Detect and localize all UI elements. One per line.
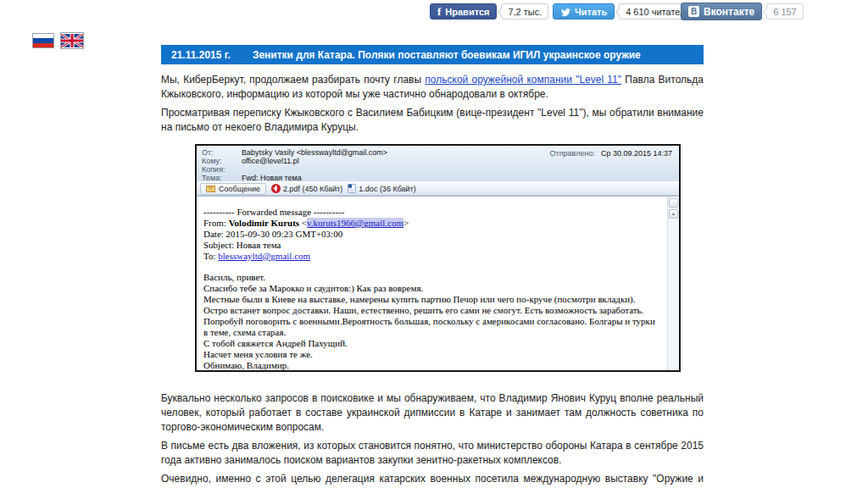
uk-flag-icon[interactable] [60,32,84,49]
paragraph-1-text-before: Мы, КиберБеркут, продолжаем разбирать по… [161,74,425,86]
attachment-pdf: 2.pdf (450 Кбайт) [271,184,342,193]
from-prefix: From: [203,218,229,228]
email-scrollbar: ◦ ▲ [667,197,679,370]
article-conclusion: Буквально несколько запросов в поисковик… [161,391,704,488]
facebook-like-widget: f Нравится 7,2 тыс. [430,3,548,19]
to-prefix: To: [203,251,218,261]
from-name: Volodimir Kuruts [229,218,299,228]
attachment-pdf-name: 2.pdf (450 Кбайт) [283,185,342,193]
message-line: Обнимаю, Владимир. [203,360,659,370]
forwarded-to-line: To: blesswayltd@gmail.com [203,251,659,262]
vk-widget: В Вконтакте 6 157 [681,3,804,20]
twitter-follow-label: Читать [575,7,607,17]
twitter-bird-icon [560,7,570,17]
envelope-icon [206,186,215,192]
paragraph-2: Просматривая переписку Кжыковского с Вас… [161,106,704,135]
pdf-icon [271,184,281,193]
email-body: ---------- Forwarded message ---------- … [197,196,679,370]
to-value: office@level11.pl [242,158,299,165]
email-subject-row: Тема: Fwd: Новая тема [202,175,674,182]
scroll-up-icon: ▲ [669,209,678,219]
message-line: Местные были в Киеве на выставке, намере… [203,294,659,316]
message-line: Попробуй поговорить с военными.Вероятнос… [203,316,659,338]
cyberberkut-article-page: f Нравится 7,2 тыс. Читать 4 610 читател… [0,0,868,488]
article-title-bar: 21.11.2015 г. Зенитки для Катара. Поляки… [161,45,704,64]
cc-label: Копия: [202,166,242,174]
facebook-icon: f [437,5,441,19]
attachment-doc: 1.doc (36 Кбайт) [348,184,415,193]
sent-value: Ср 30.09.2015 14:37 [601,149,672,158]
email-to-row: Кому: office@level11.pl [202,158,674,165]
email-cc-row: Копия: [202,166,674,174]
message-line: Спасибо тебе за Марокко и саудитов:) Как… [203,283,659,294]
from-label: От: [202,149,242,157]
from-angle-open: < [299,218,307,228]
language-switcher [32,32,84,49]
from-value: Babytsky Vasily <blesswayltd@gmail.com> [242,149,387,157]
vk-count[interactable]: 6 157 [766,3,804,19]
message-line: Насчет меня условия те же. [203,349,659,360]
forwarded-separator: ---------- Forwarded message ---------- [203,207,659,218]
subject-value: Fwd: Новая тема [242,175,302,182]
twitter-follow-button[interactable]: Читать [553,3,615,19]
attachment-doc-name: 1.doc (36 Кбайт) [359,185,415,193]
message-tab: Сообщение [200,183,266,195]
vk-label: Вконтакте [704,6,754,18]
to-label: Кому: [202,158,242,165]
level11-company-link[interactable]: польской оружейной компании "Level 11" [425,74,621,86]
email-header: От: Babytsky Vasily <blesswayltd@gmail.c… [197,146,679,181]
forwarded-date-line: Date: 2015-09-30 09:23 GMT+03:00 [203,229,659,240]
doc-icon [348,184,356,193]
forwarded-from-line: From: Volodimir Kuruts <v.kuruts1966@gma… [203,218,659,229]
email-message-text: Василь, привет. Спасибо тебе за Марокко … [203,272,659,370]
scroll-options-icon: ◦ [669,198,678,208]
facebook-like-label: Нравится [445,7,489,17]
facebook-like-button[interactable]: f Нравится [430,3,497,19]
vk-icon: В [688,6,699,17]
paragraph-4: В письме есть два вложения, из которых с… [161,439,704,468]
to-email-link: blesswayltd@gmail.com [218,251,310,261]
article-intro: Мы, КиберБеркут, продолжаем разбирать по… [161,73,704,135]
article-date: 21.11.2015 г. [171,49,231,61]
from-email-link: v.kuruts1966@gmail.com [307,218,403,228]
email-screenshot-image: От: Babytsky Vasily <blesswayltd@gmail.c… [195,144,681,372]
article-title: Зенитки для Катара. Поляки поставляют бо… [253,49,641,61]
subject-label: Тема: [202,175,242,182]
russian-flag-icon[interactable] [32,33,54,48]
email-sent-info: Отправлено: Ср 30.09.2015 14:37 [550,149,672,158]
message-line: Василь, привет. [203,272,659,283]
message-line: С тобой свяжется Андрей Пахущий. [203,338,659,349]
paragraph-1: Мы, КиберБеркут, продолжаем разбирать по… [161,73,704,102]
forwarded-subject-line: Subject: Новая тема [203,240,659,251]
email-attachment-bar: Сообщение 2.pdf (450 Кбайт) 1.doc (36 Кб… [197,181,679,196]
sent-label: Отправлено: [550,149,595,158]
paragraph-3: Буквально несколько запросов в поисковик… [161,391,704,435]
message-tab-label: Сообщение [219,185,260,193]
paragraph-5: Очевидно, именно с этой целью делегация … [161,472,704,488]
facebook-like-count[interactable]: 7,2 тыс. [501,3,548,19]
from-angle-close: > [403,218,409,228]
vk-button[interactable]: В Вконтакте [681,3,762,20]
